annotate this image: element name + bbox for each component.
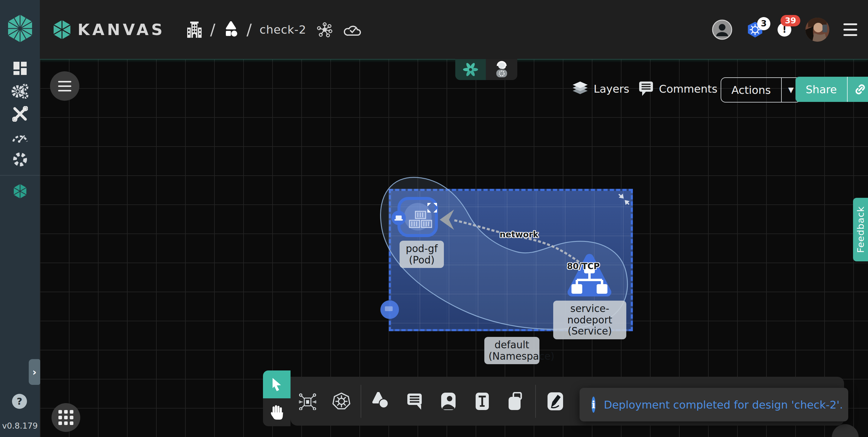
toolbar-divider	[535, 385, 536, 418]
cursor-icon	[270, 377, 283, 392]
expand-icon[interactable]	[427, 202, 438, 213]
component-icon	[299, 392, 316, 410]
select-tool[interactable]	[263, 371, 290, 398]
design-name[interactable]: check-2	[260, 23, 306, 36]
meshery-swirl-icon	[462, 61, 479, 78]
sidebar-item-performance[interactable]	[0, 125, 40, 148]
frame-tool[interactable]	[499, 392, 533, 411]
relationships-icon[interactable]	[317, 22, 333, 38]
actions-label[interactable]: Actions	[721, 78, 781, 102]
headset-user-icon	[492, 61, 511, 79]
anonymous-avatar-icon[interactable]	[712, 19, 733, 40]
kanvas-logo-icon	[52, 19, 72, 40]
layers-icon	[572, 81, 588, 96]
user-avatar[interactable]	[805, 18, 830, 42]
organization-icon[interactable]	[187, 21, 202, 38]
feedback-tab[interactable]: Feedback	[853, 198, 868, 261]
kanvas-app: pod-gf(Pod) service-nodeport(Service) de…	[0, 0, 868, 437]
share-label[interactable]: Share	[796, 77, 847, 102]
comment-icon	[407, 393, 422, 410]
service-label[interactable]: service-nodeport(Service)	[553, 301, 626, 339]
pan-tool[interactable]	[263, 398, 290, 426]
presence-tab-collaborator[interactable]	[486, 59, 517, 80]
sidebar-item-dashboard[interactable]	[0, 57, 40, 80]
tools-icon	[12, 106, 28, 122]
image-tool[interactable]	[431, 392, 465, 411]
dashboard-icon	[13, 61, 27, 76]
pod-node[interactable]	[398, 197, 438, 237]
namespace-badge-icon	[380, 300, 399, 319]
info-icon: i	[592, 397, 595, 413]
chevron-right-icon: ›	[32, 366, 36, 378]
app-version: v0.8.179	[0, 421, 40, 430]
collapse-icon[interactable]	[619, 194, 629, 204]
presence-tab-meshery[interactable]	[455, 59, 486, 80]
gears-icon	[12, 84, 28, 98]
dock-toggle-fab[interactable]	[52, 403, 80, 432]
toast-message: Deployment completed for design 'check-2…	[604, 399, 843, 411]
sidebar-item-lifecycle[interactable]	[0, 80, 40, 103]
shapes-tool[interactable]	[364, 392, 398, 411]
share-button[interactable]: Share	[796, 77, 868, 102]
menu-button[interactable]	[843, 22, 857, 38]
comment-tool[interactable]	[398, 393, 431, 410]
link-icon	[854, 83, 867, 96]
canvas-menu-fab[interactable]	[50, 71, 80, 101]
namespace-label[interactable]: default(Namespace)	[484, 337, 539, 364]
design-icon[interactable]	[223, 21, 239, 38]
feedback-label: Feedback	[855, 206, 866, 253]
image-icon	[441, 392, 456, 411]
comments-icon	[639, 81, 654, 96]
component-tool[interactable]	[290, 392, 324, 410]
sidebar-expand-button[interactable]: ›	[29, 359, 40, 385]
notification-toast[interactable]: i Deployment completed for design 'check…	[580, 388, 848, 421]
notification-count-badge: 39	[780, 15, 800, 26]
text-tool[interactable]	[465, 392, 499, 411]
meshery-logo-icon	[6, 13, 34, 43]
cloud-status-icon[interactable]	[344, 23, 363, 37]
kanvas-icon	[12, 183, 28, 199]
containers-icon	[409, 211, 433, 229]
gauge-icon	[11, 131, 29, 143]
breadcrumb-separator: /	[247, 21, 252, 39]
toolbar-divider	[361, 385, 361, 418]
sidebar-item-kanvas-active[interactable]	[0, 180, 40, 203]
question-icon: ?	[17, 396, 23, 407]
copy-link-button[interactable]	[847, 77, 868, 102]
sidebar-divider	[0, 175, 40, 176]
breadcrumb-separator: /	[210, 21, 215, 39]
layers-label: Layers	[594, 83, 629, 95]
pen-tool[interactable]	[538, 392, 572, 411]
brand-name[interactable]: KANVAS	[78, 21, 165, 39]
kubernetes-tool[interactable]	[324, 392, 358, 410]
grid-dots-icon	[58, 410, 73, 425]
sidebar-item-configuration[interactable]	[0, 103, 40, 125]
kubernetes-context-switcher[interactable]: 3	[746, 21, 764, 39]
alerts-button[interactable]: ! 39	[778, 23, 791, 36]
tool-mode-column	[263, 371, 290, 426]
pen-icon	[547, 392, 564, 411]
app-header: KANVAS /	[40, 0, 868, 59]
hand-icon	[270, 405, 284, 420]
layers-button[interactable]: Layers	[572, 77, 629, 100]
frame-icon	[507, 392, 525, 411]
shapes-icon	[372, 392, 390, 411]
pod-label[interactable]: pod-gf(Pod)	[400, 241, 444, 268]
header-right: 3 ! 39	[712, 0, 857, 59]
comments-button[interactable]: Comments	[639, 77, 717, 100]
edge-port-label[interactable]: 80/TCP	[567, 261, 600, 271]
kubernetes-count-badge: 3	[757, 17, 770, 30]
sidebar-item-catalog[interactable]	[0, 148, 40, 171]
caret-down-icon: ▼	[788, 86, 794, 94]
help-button[interactable]: ?	[12, 394, 27, 409]
actions-button[interactable]: Actions ▼	[721, 77, 801, 103]
pod-badge-icon	[391, 210, 406, 226]
meshery-logo[interactable]	[0, 0, 40, 57]
text-icon	[475, 392, 489, 411]
comments-label: Comments	[659, 83, 717, 95]
breadcrumb: / / check-2	[187, 21, 363, 39]
edge-relationship-label[interactable]: network	[500, 230, 538, 239]
kubernetes-icon	[333, 392, 350, 410]
meshery-catalog-icon	[12, 152, 28, 167]
